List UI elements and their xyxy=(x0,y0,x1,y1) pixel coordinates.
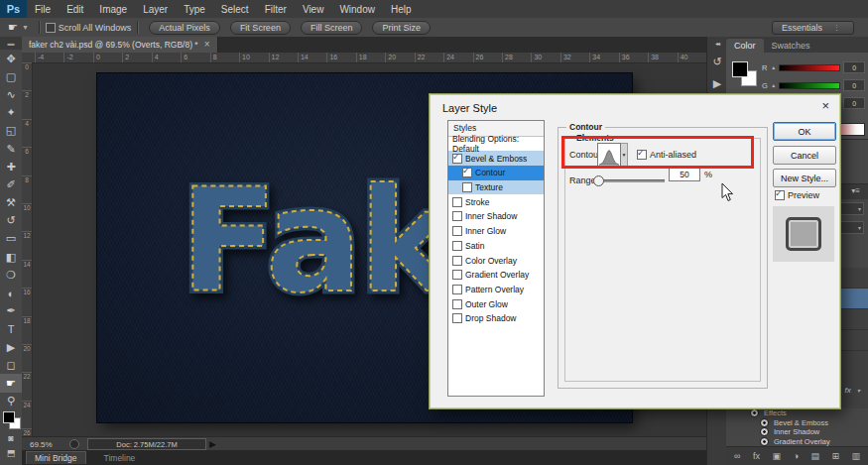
link-layers-icon[interactable]: ∞ xyxy=(734,451,740,461)
checkbox-box[interactable] xyxy=(46,23,56,33)
view-option-button[interactable]: Fit Screen xyxy=(230,21,291,35)
marquee-tool-icon[interactable]: ▢ xyxy=(0,67,22,85)
visibility-eye-icon[interactable] xyxy=(760,437,769,446)
channel-value-field[interactable]: 0 xyxy=(843,97,865,109)
blur-tool-icon[interactable]: ❍ xyxy=(0,266,22,284)
menu-item[interactable]: Layer xyxy=(135,0,176,18)
tab-close-icon[interactable]: × xyxy=(204,40,210,50)
channel-gradient-slider[interactable] xyxy=(779,64,840,71)
slider-marker-icon[interactable]: ▲ xyxy=(771,82,776,88)
menu-item[interactable]: Image xyxy=(91,0,135,18)
checkbox-box[interactable] xyxy=(637,150,647,160)
pen-tool-icon[interactable]: ✒ xyxy=(0,302,22,320)
menu-item[interactable]: View xyxy=(295,0,332,18)
menu-item[interactable]: File xyxy=(27,0,59,18)
move-tool-icon[interactable]: ✥ xyxy=(0,50,22,67)
preview-checkbox[interactable]: Preview xyxy=(775,190,819,200)
document-tab[interactable]: faker ch2 vài.psd @ 69.5% (Overts, RGB/8… xyxy=(22,37,218,53)
style-item[interactable]: Inner Glow xyxy=(448,224,544,239)
style-item[interactable]: Stroke xyxy=(448,194,544,209)
tools-collapse-icon[interactable]: ▬ xyxy=(0,37,22,50)
style-item[interactable]: Outer Glow xyxy=(448,296,544,311)
style-item[interactable]: Gradient Overlay xyxy=(448,268,544,283)
screen-mode-icon[interactable]: ⬒ xyxy=(0,446,22,461)
style-checkbox[interactable] xyxy=(452,154,462,164)
zoom-tool-icon[interactable]: ⚲ xyxy=(0,393,22,410)
path-selection-tool-icon[interactable]: ▶ xyxy=(0,338,22,356)
contour-dropdown-arrow-icon[interactable]: ▼ xyxy=(621,143,628,167)
menu-item[interactable]: Select xyxy=(213,0,257,18)
lasso-tool-icon[interactable]: ∿ xyxy=(0,85,22,103)
visibility-eye-icon[interactable] xyxy=(760,418,769,427)
style-checkbox[interactable] xyxy=(452,285,462,294)
gradient-tool-icon[interactable]: ◧ xyxy=(0,248,22,266)
adjustment-layer-icon[interactable]: ◑ xyxy=(793,451,798,461)
visibility-eye-icon[interactable] xyxy=(750,408,759,417)
range-slider-thumb[interactable] xyxy=(593,175,604,186)
bottom-dock-tab[interactable]: Mini Bridge xyxy=(26,451,86,464)
quick-mask-icon[interactable]: ◙ xyxy=(0,431,22,446)
anti-aliased-checkbox[interactable]: Anti-aliased xyxy=(637,150,696,160)
hand-tool-options-icon[interactable]: ☛ xyxy=(8,21,18,34)
view-option-button[interactable]: Fill Screen xyxy=(301,21,363,35)
visibility-eye-icon[interactable] xyxy=(760,427,769,436)
delete-layer-icon[interactable]: ▥ xyxy=(851,451,860,461)
contour-picker[interactable]: ▼ xyxy=(597,143,628,165)
style-checkbox[interactable] xyxy=(452,270,462,280)
channel-gradient-slider[interactable] xyxy=(779,82,840,89)
panel-tab[interactable]: Swatches xyxy=(764,39,818,53)
menu-item[interactable]: Type xyxy=(176,0,213,18)
slider-marker-icon[interactable]: ▲ xyxy=(771,64,776,70)
dodge-tool-icon[interactable]: ◐ xyxy=(0,284,22,301)
status-expand-icon[interactable]: ▶ xyxy=(209,439,216,449)
range-value-field[interactable]: 50 xyxy=(669,167,700,181)
style-checkbox[interactable] xyxy=(462,168,472,177)
range-slider-track[interactable] xyxy=(599,179,665,182)
contour-thumbnail[interactable] xyxy=(597,143,621,167)
style-checkbox[interactable] xyxy=(452,197,462,207)
history-panel-icon[interactable]: ↺ xyxy=(712,56,721,68)
history-brush-tool-icon[interactable]: ↺ xyxy=(0,212,22,230)
zoom-level-field[interactable]: 69.5% xyxy=(30,440,62,449)
foreground-color-swatch[interactable] xyxy=(3,411,15,423)
eyedropper-tool-icon[interactable]: ✎ xyxy=(0,140,22,158)
style-item[interactable]: Drop Shadow xyxy=(448,311,544,326)
style-checkbox[interactable] xyxy=(452,299,462,309)
panel-tab[interactable]: Color xyxy=(726,39,764,53)
brush-tool-icon[interactable]: ✐ xyxy=(0,175,22,193)
dialog-close-icon[interactable]: × xyxy=(821,98,829,113)
style-item[interactable]: Blending Options: Default xyxy=(448,137,544,152)
style-item[interactable]: Inner Shadow xyxy=(448,209,544,224)
menu-item[interactable]: Window xyxy=(331,0,383,18)
new-style-button[interactable]: New Style... xyxy=(773,169,836,187)
scroll-all-windows-checkbox[interactable]: Scroll All Windows xyxy=(46,23,132,33)
document-size-field[interactable]: Doc: 2.75M/22.7M xyxy=(87,438,206,450)
layer-effect-row[interactable]: Effects xyxy=(726,408,868,418)
checkbox-box[interactable] xyxy=(775,190,785,200)
crop-tool-icon[interactable]: ◱ xyxy=(0,122,22,140)
layer-effect-row[interactable]: Gradient Overlay xyxy=(726,437,868,447)
style-checkbox[interactable] xyxy=(452,256,462,266)
style-item[interactable]: Texture xyxy=(448,180,544,195)
tool-preset-caret-icon[interactable]: ▼ xyxy=(22,24,29,31)
bottom-dock-tab[interactable]: Timeline xyxy=(96,452,144,464)
channel-value-field[interactable]: 0 xyxy=(843,61,865,73)
panel-color-swatches[interactable] xyxy=(732,61,758,87)
ok-button[interactable]: OK xyxy=(773,122,836,141)
panel-menu-icon[interactable]: ▾≡ xyxy=(851,186,864,197)
foreground-color-swatch[interactable] xyxy=(732,61,748,77)
menu-item[interactable]: Edit xyxy=(59,0,91,18)
type-tool-icon[interactable]: T xyxy=(0,320,22,338)
workspace-button[interactable]: Essentials ⋮ xyxy=(772,21,854,35)
style-checkbox[interactable] xyxy=(452,226,462,236)
color-swatches[interactable] xyxy=(0,411,22,431)
channel-value-field[interactable]: 0 xyxy=(843,79,865,91)
layer-effect-row[interactable]: Inner Shadow xyxy=(726,427,868,437)
layer-mask-icon[interactable]: ▣ xyxy=(772,451,781,461)
eraser-tool-icon[interactable]: ▭ xyxy=(0,230,22,248)
dock-collapse-icon[interactable]: ◂◂ xyxy=(715,40,719,47)
new-layer-icon[interactable]: ⊞ xyxy=(831,451,839,461)
layer-style-fx-icon[interactable]: fx xyxy=(753,451,760,461)
clone-stamp-tool-icon[interactable]: ⚒ xyxy=(0,194,22,212)
healing-brush-tool-icon[interactable]: ✚ xyxy=(0,158,22,175)
